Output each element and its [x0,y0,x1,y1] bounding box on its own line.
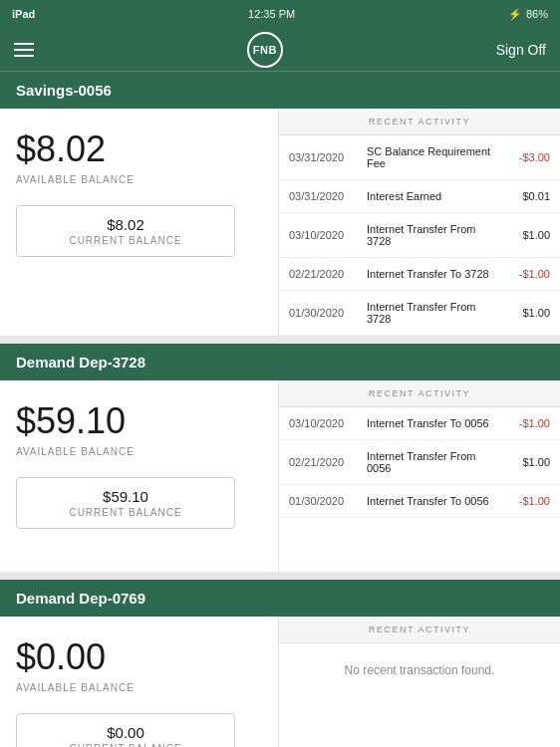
account-left-demand-dep-0769: $0.00AVAILABLE BALANCE$0.00CURRENT BALAN… [0,617,279,747]
current-balance-label: CURRENT BALANCE [27,235,224,246]
app-logo: FNB [247,32,283,68]
transaction-date: 03/31/2020 [289,190,359,202]
account-right-demand-dep-0769: RECENT ACTIVITYNo recent transaction fou… [279,617,560,747]
current-balance-amount: $0.00 [27,724,224,741]
recent-activity-header: RECENT ACTIVITY [279,109,560,135]
transaction-date: 03/10/2020 [289,417,359,429]
account-header-demand-dep-3728: Demand Dep-3728 [0,344,560,380]
account-left-savings-0056: $8.02AVAILABLE BALANCE$8.02CURRENT BALAN… [0,109,279,336]
account-body-demand-dep-0769: $0.00AVAILABLE BALANCE$0.00CURRENT BALAN… [0,617,560,747]
available-balance-label: AVAILABLE BALANCE [16,446,262,457]
recent-activity-header: RECENT ACTIVITY [279,380,560,407]
available-balance-amount: $8.02 [16,128,262,170]
transaction-date: 01/30/2020 [289,495,359,507]
transaction-amount: -$1.00 [505,495,550,507]
table-row[interactable]: 03/31/2020SC Balance Requirement Fee-$3.… [279,135,560,180]
table-row[interactable]: 02/21/2020Internet Transfer From 0056$1.… [279,440,560,485]
recent-activity-header: RECENT ACTIVITY [279,617,560,643]
table-row[interactable]: 03/10/2020Internet Transfer To 0056-$1.0… [279,407,560,440]
accounts-container: Savings-0056$8.02AVAILABLE BALANCE$8.02C… [0,72,560,747]
transaction-amount: $0.01 [505,190,550,202]
hamburger-menu[interactable] [14,43,34,57]
status-device: iPad [12,8,35,20]
transaction-description: Internet Transfer To 3728 [367,268,497,280]
account-section-demand-dep-0769: Demand Dep-0769$0.00AVAILABLE BALANCE$0.… [0,580,560,747]
battery-level: 86% [526,8,548,20]
table-row[interactable]: 02/21/2020Internet Transfer To 3728-$1.0… [279,258,560,291]
transaction-description: Internet Transfer To 0056 [367,417,497,429]
table-row[interactable]: 03/10/2020Internet Transfer From 3728$1.… [279,213,560,258]
account-header-demand-dep-0769: Demand Dep-0769 [0,580,560,617]
account-left-demand-dep-3728: $59.10AVAILABLE BALANCE$59.10CURRENT BAL… [0,380,279,572]
logo-text: FNB [253,44,277,56]
sign-on-button[interactable]: Sign Off [496,42,546,58]
no-recent-text: No recent transaction found. [279,643,560,697]
current-balance-label: CURRENT BALANCE [27,507,224,518]
account-section-savings-0056: Savings-0056$8.02AVAILABLE BALANCE$8.02C… [0,72,560,344]
transaction-description: SC Balance Requirement Fee [367,145,497,169]
available-balance-amount: $59.10 [16,400,262,442]
transaction-amount: -$3.00 [505,151,550,163]
account-right-demand-dep-3728: RECENT ACTIVITY03/10/2020Internet Transf… [279,380,560,572]
status-right: ⚡ 86% [508,8,548,21]
transaction-amount: -$1.00 [505,417,550,429]
transaction-amount: $1.00 [505,456,550,468]
current-balance-box: $0.00CURRENT BALANCE [16,713,235,747]
current-balance-amount: $59.10 [27,488,224,505]
account-section-demand-dep-3728: Demand Dep-3728$59.10AVAILABLE BALANCE$5… [0,344,560,580]
transaction-date: 02/21/2020 [289,268,359,280]
account-header-savings-0056: Savings-0056 [0,72,560,109]
transaction-description: Internet Transfer To 0056 [367,495,497,507]
status-time: 12:35 PM [248,8,295,20]
account-right-savings-0056: RECENT ACTIVITY03/31/2020SC Balance Requ… [279,109,560,336]
available-balance-label: AVAILABLE BALANCE [16,174,262,185]
transaction-date: 02/21/2020 [289,456,359,468]
current-balance-box: $59.10CURRENT BALANCE [16,477,235,529]
transaction-amount: $1.00 [505,229,550,241]
available-balance-label: AVAILABLE BALANCE [16,682,262,693]
account-body-demand-dep-3728: $59.10AVAILABLE BALANCE$59.10CURRENT BAL… [0,380,560,580]
transaction-date: 01/30/2020 [289,307,359,319]
account-body-savings-0056: $8.02AVAILABLE BALANCE$8.02CURRENT BALAN… [0,109,560,344]
transaction-date: 03/10/2020 [289,229,359,241]
logo-circle: FNB [247,32,283,68]
status-bar: iPad 12:35 PM ⚡ 86% [0,0,560,28]
battery-icon: ⚡ [508,8,522,21]
transaction-description: Internet Transfer From 0056 [367,450,497,474]
nav-bar: FNB Sign Off [0,28,560,72]
transaction-description: Internet Transfer From 3728 [367,301,497,325]
transaction-date: 03/31/2020 [289,151,359,163]
transaction-description: Interest Earned [367,190,497,202]
table-row[interactable]: 01/30/2020Internet Transfer To 0056-$1.0… [279,485,560,518]
transaction-amount: -$1.00 [505,268,550,280]
transaction-description: Internet Transfer From 3728 [367,223,497,247]
table-row[interactable]: 03/31/2020Interest Earned$0.01 [279,180,560,213]
current-balance-label: CURRENT BALANCE [27,743,224,747]
current-balance-box: $8.02CURRENT BALANCE [16,205,235,257]
transaction-amount: $1.00 [505,307,550,319]
available-balance-amount: $0.00 [16,636,262,678]
table-row[interactable]: 01/30/2020Internet Transfer From 3728$1.… [279,291,560,336]
current-balance-amount: $8.02 [27,216,224,233]
